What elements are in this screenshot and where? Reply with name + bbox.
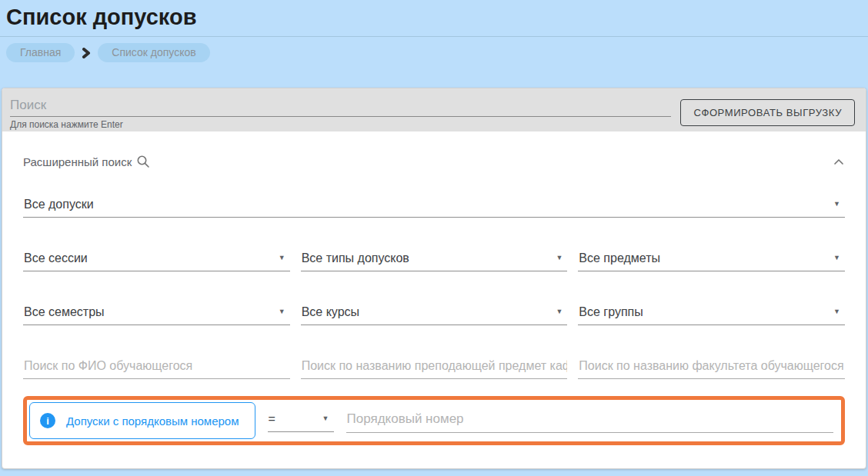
ordinal-filter-highlight: i Допуски с порядковым номером = ▼: [23, 396, 845, 445]
select-admission-types-value: Все типы допусков: [302, 251, 409, 265]
student-name-input[interactable]: [23, 356, 290, 379]
ordinal-operator-select[interactable]: = ▼: [268, 409, 334, 432]
breadcrumb-separator-icon: [82, 48, 91, 58]
advanced-search-panel: Расширенный поиск Все допуски ▼ Все сесс…: [2, 155, 866, 445]
breadcrumb: Главная Список допусков: [6, 43, 868, 62]
select-subjects[interactable]: Все предметы ▼: [578, 248, 845, 271]
select-semesters[interactable]: Все семестры ▼: [23, 302, 290, 325]
dropdown-arrow-icon: ▼: [279, 308, 285, 315]
ordinal-number-input[interactable]: [346, 408, 834, 433]
content-card: Для поиска нажмите Enter СФОРМИРОВАТЬ ВЫ…: [2, 88, 866, 469]
dropdown-arrow-icon: ▼: [322, 415, 329, 422]
select-groups-value: Все группы: [579, 305, 643, 318]
ordinal-filter-button[interactable]: i Допуски с порядковым номером: [29, 402, 255, 439]
breadcrumb-item-home[interactable]: Главная: [6, 43, 75, 62]
advanced-search-toggle[interactable]: Расширенный поиск: [23, 155, 150, 168]
search-field-wrap: Для поиска нажмите Enter: [10, 93, 671, 130]
select-courses-value: Все курсы: [302, 305, 359, 318]
info-icon: i: [40, 413, 55, 428]
dropdown-arrow-icon: ▼: [279, 255, 285, 261]
ordinal-filter-button-label: Допуски с порядковым номером: [66, 414, 239, 428]
select-semesters-value: Все семестры: [24, 305, 105, 318]
dropdown-arrow-icon: ▼: [556, 308, 563, 315]
select-subjects-value: Все предметы: [579, 251, 660, 265]
advanced-search-header: Расширенный поиск: [23, 155, 845, 168]
search-hint: Для поиска нажмите Enter: [10, 119, 671, 130]
dropdown-arrow-icon: ▼: [833, 255, 840, 261]
collapse-chevron-up-icon[interactable]: [833, 157, 845, 166]
search-input[interactable]: [10, 93, 671, 117]
select-sessions-value: Все сессии: [24, 251, 88, 265]
select-admission-types[interactable]: Все типы допусков ▼: [301, 248, 568, 271]
select-all-admissions-value: Все допуски: [24, 198, 94, 211]
breadcrumb-item-current[interactable]: Список допусков: [98, 43, 209, 62]
dropdown-arrow-icon: ▼: [556, 255, 563, 261]
dropdown-arrow-icon: ▼: [833, 308, 840, 315]
dropdown-arrow-icon: ▼: [833, 201, 840, 208]
select-courses[interactable]: Все курсы ▼: [301, 302, 568, 325]
ordinal-operator-value: =: [269, 412, 275, 425]
advanced-search-label: Расширенный поиск: [23, 155, 132, 168]
page-title: Список допусков: [0, 0, 868, 37]
faculty-name-input[interactable]: [578, 356, 845, 379]
search-icon: [136, 155, 150, 168]
search-toolbar: Для поиска нажмите Enter СФОРМИРОВАТЬ ВЫ…: [2, 88, 866, 131]
select-all-admissions[interactable]: Все допуски ▼: [23, 195, 845, 218]
select-sessions[interactable]: Все сессии ▼: [23, 248, 290, 271]
department-name-input[interactable]: [301, 356, 568, 379]
select-groups[interactable]: Все группы ▼: [578, 302, 845, 325]
export-button[interactable]: СФОРМИРОВАТЬ ВЫГРУЗКУ: [680, 99, 855, 126]
